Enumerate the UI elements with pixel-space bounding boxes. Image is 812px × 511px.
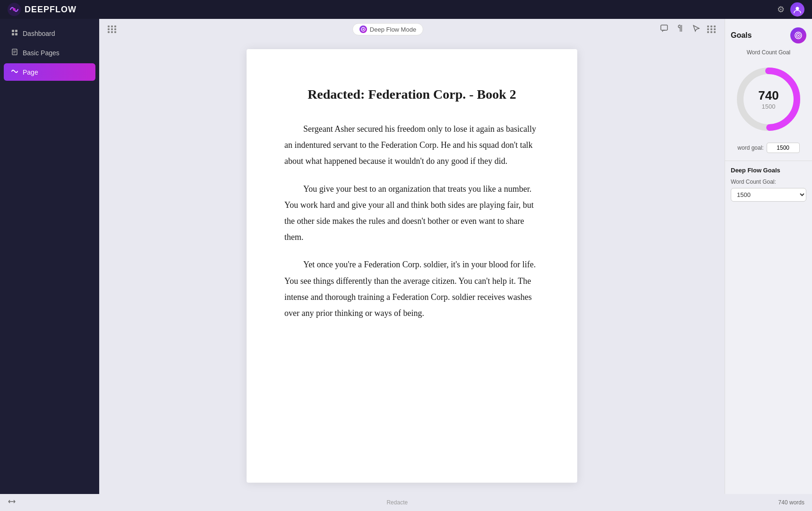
- word-goal-label: word goal:: [737, 145, 763, 151]
- deepflow-mode-label: Deep Flow Mode: [370, 26, 416, 33]
- donut-goal-words: 1500: [758, 103, 778, 110]
- sidebar-label-page: Page: [23, 68, 38, 76]
- editor-container[interactable]: Redacted: Federation Corp. - Book 2 Serg…: [99, 40, 725, 511]
- df-wc-label: Word Count Goal:: [731, 179, 806, 185]
- content-area: Deep Flow Mode: [99, 19, 725, 511]
- paragraph-3[interactable]: Yet once you're a Federation Corp. soldi…: [284, 256, 539, 321]
- document-page[interactable]: Redacted: Federation Corp. - Book 2 Serg…: [247, 49, 577, 483]
- toolbar-right: [658, 22, 717, 36]
- sidebar-label-dashboard: Dashboard: [23, 30, 55, 37]
- deep-flow-goals-title: Deep Flow Goals: [731, 167, 806, 174]
- deep-flow-goals-section: Deep Flow Goals Word Count Goal: 1500 50…: [725, 161, 812, 207]
- df-wc-select[interactable]: 1500 500 1000 2000 2500: [731, 188, 806, 202]
- sidebar-item-dashboard[interactable]: Dashboard: [4, 25, 95, 42]
- wc-goal-title: Word Count Goal: [731, 49, 806, 56]
- settings-icon[interactable]: ⚙: [777, 4, 785, 15]
- toolbar-grid-right[interactable]: [706, 25, 717, 34]
- avatar[interactable]: [790, 2, 804, 17]
- paragraph-2[interactable]: You give your best to an organization th…: [284, 181, 539, 246]
- right-panel: Goals Word Count Goal: [725, 19, 812, 511]
- editor-toolbar: Deep Flow Mode: [99, 19, 725, 40]
- goals-icon[interactable]: [790, 27, 806, 43]
- sidebar-item-basic-pages[interactable]: Basic Pages: [4, 44, 95, 61]
- cursor-icon-btn[interactable]: [690, 22, 702, 36]
- basic-pages-icon: [11, 49, 18, 57]
- svg-point-1: [13, 8, 16, 11]
- sidebar-label-basic-pages: Basic Pages: [23, 49, 60, 57]
- deepflow-mode-button[interactable]: Deep Flow Mode: [352, 23, 423, 35]
- main-layout: Dashboard Basic Pages Page: [0, 19, 812, 511]
- donut-chart: 740 1500: [731, 61, 806, 137]
- sidebar-item-page[interactable]: Page: [4, 63, 95, 81]
- svg-rect-13: [661, 25, 667, 30]
- paragraph-icon-btn[interactable]: [674, 22, 686, 36]
- word-goal-row: word goal:: [731, 143, 806, 153]
- deepflow-mode-icon: [359, 26, 367, 33]
- page-icon: [11, 68, 18, 76]
- toolbar-left: [107, 25, 118, 34]
- sidebar: Dashboard Basic Pages Page: [0, 19, 99, 511]
- editor-bottom-bar: Redacte 740 words: [99, 494, 725, 511]
- svg-rect-5: [12, 33, 14, 35]
- logo-area: DEEPFLOW: [8, 3, 77, 16]
- svg-rect-6: [15, 33, 17, 35]
- topbar-right: ⚙: [777, 2, 804, 17]
- svg-rect-3: [12, 30, 14, 32]
- top-bar: DEEPFLOW ⚙: [0, 0, 812, 19]
- redact-label: Redacte: [386, 499, 408, 506]
- word-goal-input[interactable]: [767, 143, 800, 153]
- donut-current-words: 740: [758, 88, 778, 103]
- toolbar-grid-left[interactable]: [107, 25, 118, 34]
- svg-point-2: [796, 7, 799, 10]
- comment-icon-btn[interactable]: [658, 22, 670, 36]
- page-title: Redacted: Federation Corp. - Book 2: [284, 87, 539, 102]
- svg-rect-4: [15, 30, 17, 32]
- right-panel-top: Goals Word Count Goal: [725, 24, 812, 161]
- dashboard-icon: [11, 29, 18, 37]
- goals-header: Goals: [731, 31, 752, 40]
- app-title: DEEPFLOW: [25, 5, 77, 15]
- donut-center-text: 740 1500: [758, 88, 778, 110]
- toolbar-center: Deep Flow Mode: [352, 23, 423, 35]
- svg-point-12: [362, 29, 364, 30]
- svg-point-23: [798, 35, 799, 36]
- word-count-goal-section: Word Count Goal 740 1500: [725, 49, 812, 161]
- paragraph-1[interactable]: Sergeant Asher secured his freedom only …: [284, 121, 539, 170]
- deepflow-logo-icon: [8, 3, 21, 16]
